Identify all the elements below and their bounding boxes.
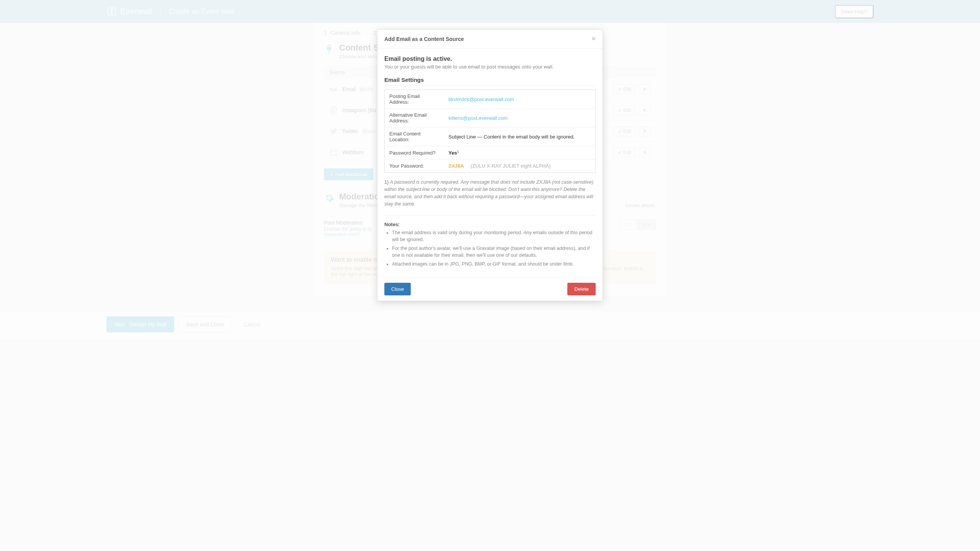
email-source-modal: Add Email as a Content Source × Email po… — [377, 29, 603, 301]
your-password-value: ZXJ8A (ZULU X-RAY JULIET eight ALPHA) — [444, 160, 596, 173]
your-password-label: Your Password: — [385, 160, 444, 173]
content-location-label: Email Content Location: — [385, 127, 444, 146]
settings-row-password: Your Password: ZXJ8A (ZULU X-RAY JULIET … — [385, 160, 596, 173]
note-item: Attached images can be in JPG, PNG, BMP,… — [392, 261, 596, 268]
pwd-required-value: Yes1 — [444, 146, 596, 160]
modal-close-action-button[interactable]: Close — [384, 283, 411, 295]
modal-title: Add Email as a Content Source — [384, 36, 464, 42]
notes-list: The email address is valid only during y… — [384, 230, 596, 268]
password-code: ZXJ8A — [449, 163, 464, 169]
note-item: The email address is valid only during y… — [392, 230, 596, 243]
modal-divider — [384, 215, 596, 215]
alt-email-link[interactable]: kittens@post.everwall.com — [449, 115, 508, 121]
modal-body: Email posting is active. You or your gue… — [377, 49, 603, 277]
note-item: For the post author's avatar, we'll use … — [392, 245, 596, 259]
alt-email-label: Alternative Email Address: — [385, 109, 444, 127]
posting-email-label: Posting Email Address: — [385, 90, 444, 109]
pwd-required-label: Password Required? — [385, 146, 444, 160]
status-heading: Email posting is active. — [384, 55, 596, 62]
modal-header: Add Email as a Content Source × — [377, 29, 603, 49]
notes-label: Notes: — [384, 222, 596, 227]
modal-close-button[interactable]: × — [591, 35, 596, 43]
modal-overlay: Add Email as a Content Source × Email po… — [0, 0, 980, 338]
settings-row-alt: Alternative Email Address: kittens@post.… — [385, 109, 596, 127]
settings-row-pwd-req: Password Required? Yes1 — [385, 146, 596, 160]
settings-table: Posting Email Address: bkvlmdck@post.eve… — [384, 90, 596, 173]
password-phonetic: (ZULU X-RAY JULIET eight ALPHA) — [471, 163, 551, 169]
status-subtitle: You or your guests will be able to use e… — [384, 64, 596, 70]
posting-email-link[interactable]: bkvlmdck@post.everwall.com — [449, 96, 514, 102]
settings-row-posting: Posting Email Address: bkvlmdck@post.eve… — [385, 90, 596, 109]
modal-delete-button[interactable]: Delete — [567, 283, 596, 295]
password-footnote: 1) A password is currently required. Any… — [384, 179, 596, 207]
content-location-value: Subject Line — Content in the email body… — [444, 127, 596, 146]
modal-footer: Close Delete — [377, 277, 603, 301]
settings-heading: Email Settings — [384, 77, 596, 86]
settings-row-location: Email Content Location: Subject Line — C… — [385, 127, 596, 146]
